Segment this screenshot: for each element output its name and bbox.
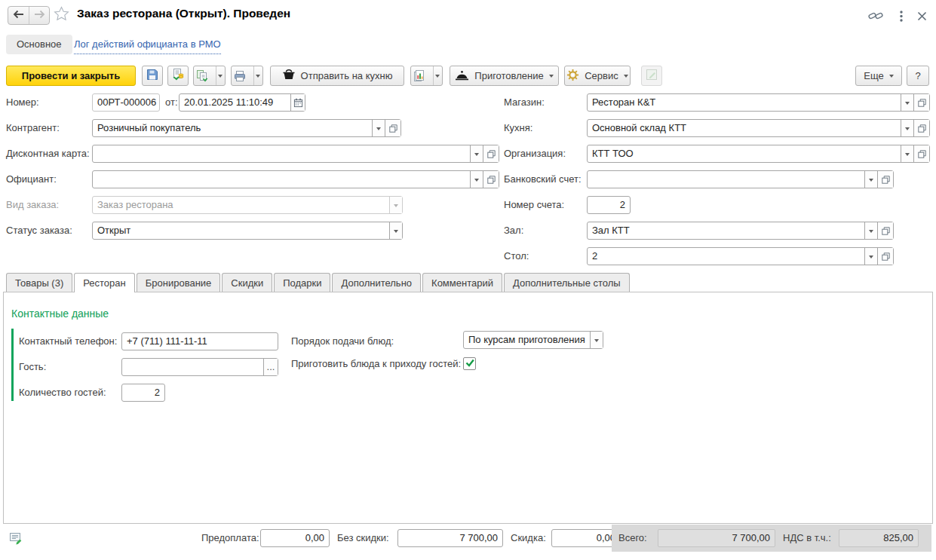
get-link-icon[interactable]: [867, 9, 884, 23]
prepare-for-guests-checkbox[interactable]: [463, 357, 476, 370]
order-type-dropdown: [389, 197, 402, 213]
serving-order-field[interactable]: По курсам приготовления: [463, 331, 603, 349]
tab-booking[interactable]: Бронирование: [137, 273, 221, 292]
date-value[interactable]: 20.01.2025 11:10:49: [180, 94, 290, 111]
organization-dropdown[interactable]: [901, 145, 913, 162]
tab-goods[interactable]: Товары (3): [6, 273, 72, 292]
back-button[interactable]: [8, 7, 29, 24]
guest-label: Гость:: [19, 358, 46, 376]
hall-open-icon[interactable]: [877, 222, 893, 239]
bank-account-open-icon[interactable]: [877, 171, 893, 188]
order-status-dropdown[interactable]: [389, 222, 402, 239]
bank-account-field[interactable]: [587, 170, 894, 188]
order-status-value[interactable]: Открыт: [93, 222, 389, 239]
guests-count-value[interactable]: 2: [122, 384, 164, 401]
waiter-open-icon[interactable]: [483, 171, 499, 188]
order-type-field: Заказ ресторана: [92, 196, 403, 214]
tab-additional-tables[interactable]: Дополнительные столы: [504, 273, 630, 292]
gear-icon: [566, 69, 579, 84]
help-button[interactable]: ?: [907, 66, 929, 86]
more-menu-icon[interactable]: [893, 9, 910, 23]
discount-field[interactable]: 0,00: [551, 529, 621, 547]
tab-comment[interactable]: Комментарий: [422, 273, 502, 292]
number-field[interactable]: 00РТ-000006: [92, 93, 160, 112]
tab-discounts[interactable]: Скидки: [222, 273, 272, 292]
prepayment-field[interactable]: 0,00: [260, 529, 330, 547]
bank-account-dropdown[interactable]: [864, 171, 877, 188]
counterparty-open-icon[interactable]: [385, 120, 400, 136]
posted-document-icon[interactable]: [8, 531, 26, 545]
tab-restaurant[interactable]: Ресторан: [74, 273, 135, 292]
create-based-on-dropdown[interactable]: [216, 66, 225, 85]
table-open-icon[interactable]: [877, 248, 893, 265]
bank-account-value[interactable]: [588, 171, 864, 188]
save-button[interactable]: [142, 66, 163, 86]
guest-field[interactable]: ...: [121, 358, 278, 376]
guest-value[interactable]: [122, 359, 263, 375]
waiter-dropdown[interactable]: [470, 171, 483, 188]
cooking-button[interactable]: Приготовление: [450, 66, 559, 86]
guests-count-field[interactable]: 2: [121, 384, 165, 402]
store-dropdown[interactable]: [901, 94, 913, 111]
waiter-field[interactable]: [92, 170, 499, 188]
number-value[interactable]: 00РТ-000006: [93, 94, 159, 111]
counterparty-value[interactable]: Розничный покупатель: [93, 120, 372, 136]
order-status-field[interactable]: Открыт: [92, 222, 403, 240]
waiter-value[interactable]: [93, 171, 470, 188]
tab-additional[interactable]: Дополнительно: [332, 273, 421, 292]
phone-value[interactable]: +7 (711) 111-11-11: [122, 333, 278, 350]
create-based-on-button[interactable]: [193, 66, 226, 86]
discount-card-open-icon[interactable]: [483, 145, 499, 162]
total-label: Всего:: [618, 529, 647, 547]
invoice-number-value[interactable]: 2: [588, 197, 630, 213]
organization-value[interactable]: КТТ ТОО: [588, 145, 901, 162]
service-button[interactable]: Сервис: [564, 66, 631, 86]
kitchen-open-icon[interactable]: [913, 120, 929, 136]
serving-order-dropdown[interactable]: [590, 332, 603, 348]
close-icon[interactable]: [913, 9, 930, 23]
tab-gifts[interactable]: Подарки: [274, 273, 330, 292]
discount-card-dropdown[interactable]: [470, 145, 483, 162]
table-value[interactable]: 2: [588, 248, 864, 265]
organization-open-icon[interactable]: [913, 145, 929, 162]
total-value: 7 700,00: [658, 529, 775, 547]
favorite-star-icon[interactable]: [53, 7, 69, 20]
kitchen-field[interactable]: Основной склад КТТ: [587, 119, 930, 137]
nav-tab-main[interactable]: Основное: [6, 35, 72, 54]
counterparty-field[interactable]: Розничный покупатель: [92, 119, 401, 137]
phone-field[interactable]: +7 (711) 111-11-11: [121, 332, 278, 350]
more-actions-button[interactable]: Еще: [855, 66, 902, 86]
print-dropdown[interactable]: [253, 66, 262, 85]
before-discount-field[interactable]: 7 700,00: [397, 529, 503, 547]
before-discount-label: Без скидки:: [337, 529, 389, 547]
edit-note-icon: [645, 68, 658, 84]
date-label: от:: [165, 93, 178, 112]
reports-button[interactable]: [410, 66, 443, 86]
kitchen-value[interactable]: Основной склад КТТ: [588, 120, 901, 136]
serving-order-value[interactable]: По курсам приготовления: [464, 332, 590, 348]
print-button[interactable]: [231, 66, 263, 86]
organization-field[interactable]: КТТ ТОО: [587, 145, 930, 163]
send-to-kitchen-button[interactable]: Отправить на кухню: [270, 66, 404, 86]
discount-card-value[interactable]: [93, 145, 470, 162]
hall-value[interactable]: Зал КТТ: [588, 222, 864, 239]
table-field[interactable]: 2: [587, 247, 894, 265]
reports-dropdown[interactable]: [433, 66, 442, 85]
post-and-close-button[interactable]: Провести и закрыть: [6, 66, 136, 86]
counterparty-dropdown[interactable]: [372, 120, 385, 136]
post-document-icon: [171, 68, 185, 84]
hall-field[interactable]: Зал КТТ: [587, 222, 894, 240]
hall-dropdown[interactable]: [864, 222, 877, 239]
kitchen-dropdown[interactable]: [901, 120, 913, 136]
store-value[interactable]: Ресторан К&Т: [588, 94, 901, 111]
store-field[interactable]: Ресторан К&Т: [587, 93, 930, 112]
invoice-number-field[interactable]: 2: [587, 196, 631, 214]
discount-card-field[interactable]: [92, 145, 499, 163]
nav-link-waiter-log[interactable]: Лог действий официанта в РМО: [74, 35, 221, 54]
guest-choose-button[interactable]: ...: [263, 359, 278, 375]
calendar-icon[interactable]: [290, 94, 305, 111]
table-dropdown[interactable]: [864, 248, 877, 265]
date-field[interactable]: 20.01.2025 11:10:49: [179, 93, 305, 112]
store-open-icon[interactable]: [913, 94, 929, 111]
post-document-button[interactable]: [167, 66, 189, 86]
